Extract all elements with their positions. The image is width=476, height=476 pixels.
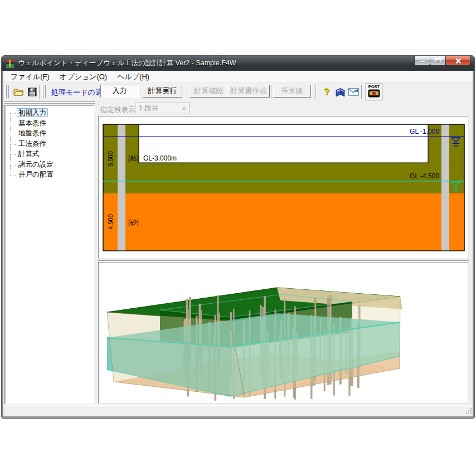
toolbar: 処理モードの選択 入力 計算実行 計算確認 計算書作成 等水線 ?	[3, 83, 473, 101]
gl2-label: GL -4.500	[410, 172, 439, 180]
sidebar-item-initial-input[interactable]: 初期入力	[5, 108, 94, 119]
dim-upper-label: 5.500	[107, 151, 114, 167]
help-icon[interactable]: ?	[320, 85, 333, 99]
menu-options-suffix: )	[105, 72, 107, 81]
toolbar-separator	[315, 85, 317, 99]
app-window: ウェルポイント・ディープウェル工法の設計計算 Ver2 - Sample.F4W…	[2, 56, 474, 418]
menu-file-suffix: )	[47, 72, 50, 81]
toolbar-grip[interactable]	[45, 85, 46, 98]
menu-file[interactable]: ファイル(F)	[6, 71, 55, 83]
stage-display-label: 指定段表示	[100, 105, 135, 115]
excavation-area	[139, 124, 428, 163]
post-label: POST	[368, 85, 380, 89]
maximize-button[interactable]	[430, 56, 446, 66]
3d-view-panel	[98, 262, 469, 404]
right-well-column	[441, 125, 449, 251]
toolbar-separator	[361, 85, 362, 99]
contour-lines-button: 等水線	[273, 85, 311, 98]
open-file-icon[interactable]	[12, 85, 25, 99]
sand-layer	[104, 193, 464, 251]
toolbar-grip[interactable]	[6, 85, 7, 98]
toolbar-separator	[271, 85, 272, 99]
toolbar-grip[interactable]	[42, 85, 43, 98]
app-icon	[6, 59, 14, 68]
clay-layer-label: [粘]	[128, 154, 139, 162]
stage-select: 1 段目	[135, 103, 190, 114]
sidebar-tree: 初期入力 基本条件 地盤条件 工法条件 計算式 諸元の設定 井戸の配置	[4, 105, 95, 404]
client-area: 初期入力 基本条件 地盤条件 工法条件 計算式 諸元の設定 井戸の配置 指定段表…	[3, 101, 473, 405]
sidebar-item-basic-conditions[interactable]: 基本条件	[5, 119, 94, 129]
book-icon[interactable]	[333, 85, 347, 99]
tree-list: 初期入力 基本条件 地盤条件 工法条件 計算式 諸元の設定 井戸の配置	[5, 105, 94, 181]
soil-front-left-face	[107, 312, 245, 397]
post-icon[interactable]: POST	[366, 84, 382, 100]
toolbar-separator	[39, 85, 40, 99]
sand-layer-label: [砂]	[128, 218, 139, 226]
menu-file-key: F	[43, 72, 47, 81]
menu-options-label: オプション(	[60, 72, 99, 81]
sidebar-item-method-conditions[interactable]: 工法条件	[5, 139, 94, 150]
mail-icon[interactable]	[347, 85, 360, 99]
sidebar-item-label: 基本条件	[17, 119, 48, 127]
close-button[interactable]	[445, 56, 470, 66]
panel-separator	[98, 260, 469, 261]
menu-file-label: ファイル(	[11, 72, 43, 81]
chevron-down-icon	[182, 108, 186, 110]
sidebar-item-label: 計算式	[17, 150, 41, 158]
close-icon	[455, 57, 462, 64]
maximize-icon	[435, 58, 441, 62]
window-title: ウェルポイント・ディープウェル工法の設計計算 Ver2 - Sample.F4W	[18, 59, 415, 68]
sidebar-item-well-layout[interactable]: 井戸の配置	[5, 170, 94, 181]
section-diagram: 5.500 4.500 [粘] GL-3.000m [砂] GL -1.000 …	[99, 116, 468, 258]
help-glyph: ?	[324, 86, 329, 98]
menu-bar: ファイル(F) オプション(O) ヘルプ(H)	[3, 71, 473, 83]
sidebar-item-parameter-settings[interactable]: 諸元の設定	[5, 160, 94, 171]
menu-help-key: H	[142, 72, 147, 81]
sidebar-item-ground-conditions[interactable]: 地盤条件	[5, 129, 94, 139]
sidebar-item-label: 諸元の設定	[17, 161, 55, 168]
menu-help-label: ヘルプ(	[117, 72, 142, 81]
left-well-column	[118, 125, 125, 251]
create-report-button: 計算書作成	[227, 85, 270, 98]
run-calculation-button[interactable]: 計算実行	[143, 85, 182, 98]
section-view-panel: 5.500 4.500 [粘] GL-3.000m [砂] GL -1.000 …	[98, 116, 469, 259]
title-bar[interactable]: ウェルポイント・ディープウェル工法の設計計算 Ver2 - Sample.F4W	[2, 56, 474, 71]
check-calculation-button: 計算確認	[190, 85, 228, 98]
menu-options[interactable]: オプション(O)	[55, 71, 112, 83]
menu-help-suffix: )	[147, 72, 149, 81]
sidebar-item-label: 工法条件	[17, 140, 48, 148]
tree-grip-line	[4, 103, 95, 104]
dim-lower-label: 4.500	[107, 214, 114, 230]
save-icon[interactable]	[26, 85, 39, 99]
3d-scene	[99, 263, 468, 403]
tree-grip-line	[4, 101, 95, 103]
stage-select-value: 1 段目	[139, 104, 158, 112]
gl1-label: GL -1.000	[410, 128, 439, 135]
input-mode-button[interactable]: 入力	[100, 85, 139, 98]
toolbar-grip[interactable]	[8, 85, 9, 98]
minimize-icon	[420, 61, 425, 62]
sidebar-item-calculation-formula[interactable]: 計算式	[5, 149, 94, 160]
excavation-depth-label: GL-3.000m	[143, 154, 177, 162]
sidebar-item-label: 初期入力	[17, 108, 48, 117]
menu-help[interactable]: ヘルプ(H)	[112, 71, 154, 83]
status-bar	[3, 405, 473, 415]
minimize-button[interactable]	[414, 56, 430, 66]
sidebar-item-label: 地盤条件	[17, 129, 48, 137]
sidebar-item-label: 井戸の配置	[17, 171, 55, 178]
menu-options-key: O	[99, 72, 105, 81]
resize-grip[interactable]	[465, 407, 472, 414]
